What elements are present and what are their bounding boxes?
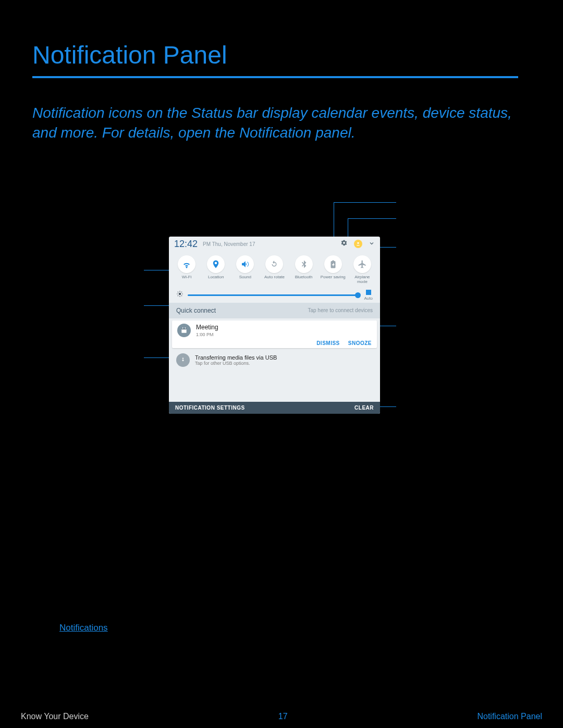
- clear-button[interactable]: CLEAR: [354, 405, 374, 411]
- svg-rect-4: [182, 327, 183, 329]
- brightness-slider-row: Auto: [169, 286, 380, 303]
- qs-sound[interactable]: Sound: [232, 255, 258, 285]
- status-bar: 12:42 PM Thu, November 17: [169, 237, 380, 251]
- qs-airplane-mode[interactable]: Airplane mode: [349, 255, 375, 285]
- qs-label: Sound: [239, 275, 251, 280]
- status-time: 12:42: [174, 239, 198, 250]
- panel-footer: NOTIFICATION SETTINGS CLEAR: [169, 402, 380, 414]
- qs-location[interactable]: Location: [203, 255, 229, 285]
- dismiss-button[interactable]: DISMISS: [316, 340, 340, 346]
- connector-line: [144, 305, 169, 306]
- quick-connect-title: Quick connect: [176, 307, 216, 314]
- connector-line: [380, 247, 396, 248]
- connector-line: [144, 270, 169, 270]
- notification-card[interactable]: Meeting 1:00 PM DISMISS SNOOZE: [172, 320, 377, 348]
- qs-label: Auto rotate: [264, 275, 285, 280]
- brightness-auto-toggle[interactable]: Auto: [364, 290, 373, 301]
- qs-label: Location: [208, 275, 224, 280]
- notification-title: Meeting: [196, 324, 218, 331]
- quick-connect-hint: Tap here to connect devices: [308, 307, 373, 313]
- connector-line: [348, 218, 396, 219]
- qs-auto-rotate[interactable]: Auto rotate: [261, 255, 287, 285]
- svg-point-1: [179, 293, 181, 295]
- notification-subtitle: Tap for other USB options.: [195, 361, 277, 366]
- page-title: Notification Panel: [32, 41, 227, 69]
- qs-label: Airplane mode: [349, 275, 375, 285]
- brightness-icon: [176, 290, 183, 300]
- settings-icon[interactable]: [340, 239, 348, 249]
- svg-rect-3: [181, 328, 186, 329]
- page-footer: Know Your Device 17 Notification Panel: [0, 705, 563, 728]
- footer-section: Know Your Device: [21, 712, 89, 721]
- snooze-button[interactable]: SNOOZE: [348, 340, 372, 346]
- notification-title: Transferring media files via USB: [195, 354, 277, 361]
- connector-line: [144, 357, 169, 358]
- calendar-icon: [177, 324, 191, 337]
- chevron-down-icon[interactable]: [369, 239, 375, 249]
- brightness-auto-label: Auto: [364, 296, 373, 301]
- footer-topic: Notification Panel: [477, 712, 542, 721]
- notification-settings-button[interactable]: NOTIFICATION SETTINGS: [175, 405, 245, 411]
- qs-label: Wi-Fi: [182, 275, 192, 280]
- qs-label: Power saving: [321, 275, 346, 280]
- notification-panel-mock: 12:42 PM Thu, November 17 Wi-Fi Location…: [169, 237, 380, 414]
- brightness-slider[interactable]: [188, 294, 360, 296]
- qs-label: Bluetooth: [295, 275, 313, 280]
- connector-line: [380, 326, 396, 326]
- usb-icon: [176, 353, 190, 367]
- connector-line: [380, 406, 396, 407]
- status-date: PM Thu, November 17: [203, 241, 337, 247]
- quick-connect-bar[interactable]: Quick connect Tap here to connect device…: [169, 303, 380, 318]
- svg-point-0: [357, 242, 359, 244]
- qs-bluetooth[interactable]: Bluetooth: [291, 255, 317, 285]
- intro-paragraph: Notification icons on the Status bar dis…: [32, 103, 517, 143]
- notifications-link[interactable]: Notifications: [59, 623, 108, 633]
- svg-rect-5: [185, 327, 186, 329]
- notification-row[interactable]: Transferring media files via USB Tap for…: [169, 350, 380, 370]
- qs-power-saving[interactable]: Power saving: [320, 255, 346, 285]
- connector-line: [334, 202, 396, 203]
- notification-subtitle: 1:00 PM: [196, 332, 218, 337]
- footer-page-number: 17: [278, 712, 288, 721]
- qs-wifi[interactable]: Wi-Fi: [174, 255, 200, 285]
- quick-settings-row: Wi-Fi Location Sound Auto rotate Bluetoo…: [169, 251, 380, 286]
- title-rule: [32, 76, 518, 78]
- profile-icon[interactable]: [354, 240, 362, 248]
